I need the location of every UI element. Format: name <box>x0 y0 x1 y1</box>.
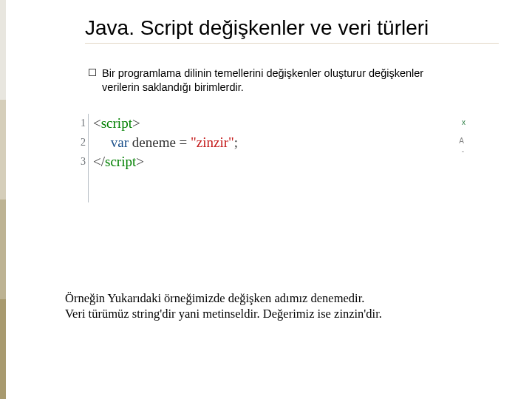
code-token: deneme <box>132 134 176 150</box>
left-accent-bar <box>0 0 6 399</box>
bullet-square-icon <box>89 69 96 76</box>
side-marker: A <box>449 136 464 146</box>
explanation-block: Örneğin Yukarıdaki örneğimizde değişken … <box>65 290 479 322</box>
code-gutter: 1 2 3 <box>77 114 89 202</box>
bullet-text: Bir programlama dilinin temellerini deği… <box>102 66 443 95</box>
code-token: var <box>111 134 129 150</box>
code-token: "zinzir" <box>191 134 234 150</box>
code-token: </ <box>93 154 105 169</box>
slide-title-block: Java. Script değişkenler ve veri türleri <box>85 17 521 44</box>
code-token: > <box>136 154 144 169</box>
code-example: 1 2 3 <script> var deneme = "zinzir"; </… <box>77 114 470 202</box>
title-underline <box>85 43 499 44</box>
code-token: script <box>105 154 136 169</box>
slide-title: Java. Script değişkenler ve veri türleri <box>85 17 521 40</box>
explanation-line: Veri türümüz string'dir yani metinseldir… <box>65 306 479 321</box>
code-token: > <box>132 115 140 131</box>
line-number: 3 <box>77 152 88 171</box>
line-number: 2 <box>77 133 88 152</box>
line-number: 1 <box>77 114 88 133</box>
explanation-line: Örneğin Yukarıdaki örneğimizde değişken … <box>65 290 479 306</box>
code-token: script <box>101 115 132 131</box>
bullet-item: Bir programlama dilinin temellerini deği… <box>89 66 443 95</box>
code-token: = <box>180 134 188 150</box>
side-markers: A - <box>449 136 464 158</box>
side-marker: - <box>449 146 464 157</box>
left-accent-seg <box>0 100 6 200</box>
code-body: <script> var deneme = "zinzir"; </script… <box>93 114 238 171</box>
code-token: ; <box>234 134 238 150</box>
left-accent-seg <box>0 299 6 399</box>
code-token: < <box>93 115 101 131</box>
left-accent-seg <box>0 0 6 100</box>
badge-mark-icon: x <box>462 118 466 126</box>
left-accent-seg <box>0 200 6 299</box>
